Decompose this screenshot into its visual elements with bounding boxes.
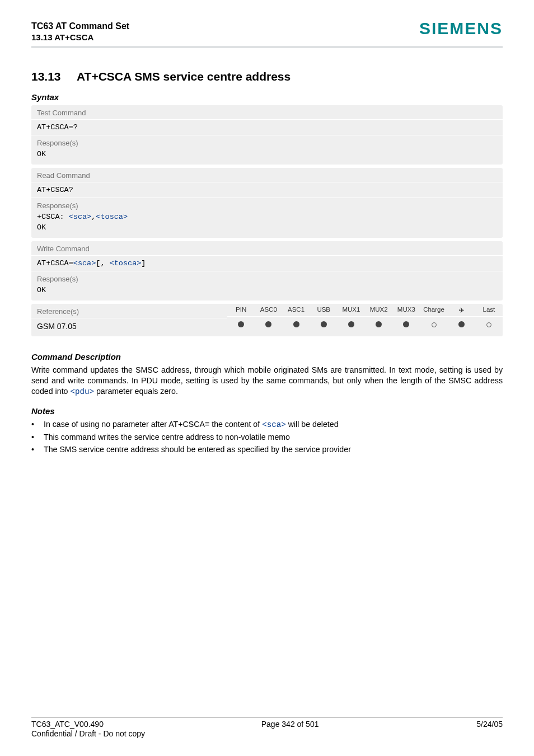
section-heading: AT+CSCA SMS service centre address (77, 70, 291, 83)
airplane-icon: ✈ (458, 306, 465, 314)
ref-mark-8 (448, 317, 475, 334)
note-pre: This command writes the service centre a… (44, 433, 290, 442)
resp-ok: OK (37, 223, 46, 232)
read-command-label: Read Command (31, 168, 503, 182)
ref-mark-2 (282, 317, 310, 334)
col-pin: PIN (227, 304, 255, 317)
col-asc1: ASC1 (282, 304, 310, 317)
col-charge: Charge (420, 304, 447, 317)
section-title: 13.13 AT+CSCA SMS service centre address (31, 70, 503, 83)
ref-mark-0 (227, 317, 255, 334)
cmd-mid2: ] (141, 259, 146, 267)
doc-title: TC63 AT Command Set (31, 21, 129, 31)
ref-mark-9 (475, 317, 503, 334)
ref-mark-1 (255, 317, 282, 334)
write-command: AT+CSCA=<sca>[, <tosca>] (31, 256, 503, 271)
test-command-label: Test Command (31, 105, 503, 120)
dot-full-icon (265, 321, 271, 327)
read-response: +CSCA: <sca>,<tosca> OK (31, 211, 503, 238)
notes-list: In case of using no parameter after AT+C… (31, 418, 503, 456)
read-command: AT+CSCA? (31, 182, 503, 198)
cmd-mid1: [, (96, 259, 109, 267)
ref-mark-3 (310, 317, 338, 334)
dot-full-icon (458, 321, 465, 327)
dot-full-icon (403, 321, 409, 327)
col-mux2: MUX2 (365, 304, 392, 317)
read-command-block: Read Command AT+CSCA? Response(s) +CSCA:… (31, 168, 503, 238)
col-asc0: ASC0 (255, 304, 282, 317)
col-mux1: MUX1 (338, 304, 365, 317)
col-last: Last (475, 304, 503, 317)
test-command: AT+CSCA=? (31, 120, 503, 135)
test-command-block: Test Command AT+CSCA=? Response(s) OK (31, 105, 503, 165)
page-header: TC63 AT Command Set 13.13 AT+CSCA SIEMEN… (31, 21, 503, 42)
footer-line2: Confidential / Draft - Do not copy (31, 729, 503, 738)
header-divider (31, 46, 503, 48)
col-mux3: MUX3 (392, 304, 420, 317)
page-footer: TC63_ATC_V00.490 Page 342 of 501 5/24/05… (31, 717, 503, 738)
test-response: OK (31, 148, 503, 165)
ref-marks-row (227, 317, 503, 334)
dot-full-icon (293, 321, 299, 327)
note-item-0: In case of using no parameter after AT+C… (31, 418, 503, 431)
param-tosca-w: <tosca> (110, 259, 142, 267)
reference-header: Reference(s) (31, 304, 227, 318)
ref-mark-6 (392, 317, 420, 334)
write-command-block: Write Command AT+CSCA=<sca>[, <tosca>] R… (31, 241, 503, 300)
ref-mark-4 (338, 317, 365, 334)
param-pdu: <pdu> (70, 387, 94, 396)
dot-full-icon (238, 321, 244, 327)
write-response: OK (31, 284, 503, 300)
dot-empty-icon (486, 322, 491, 327)
command-description-title: Command Description (31, 352, 503, 361)
notes-title: Notes (31, 406, 503, 416)
ref-mark-5 (365, 317, 392, 334)
resp-prefix: +CSCA: (37, 213, 69, 221)
footer-left: TC63_ATC_V00.490 (31, 720, 104, 729)
dot-full-icon (376, 321, 382, 327)
param-sca-w: <sca> (73, 259, 96, 267)
col-airplane: ✈ (448, 304, 475, 317)
reference-body: GSM 07.05 (31, 318, 227, 336)
note-post: will be deleted (286, 420, 339, 429)
dot-empty-icon (432, 322, 437, 327)
dot-full-icon (348, 321, 354, 327)
param-sca: <sca> (69, 213, 92, 221)
desc-body-b: parameter equals zero. (94, 387, 178, 396)
param-tosca: <tosca> (96, 213, 128, 221)
write-command-label: Write Command (31, 241, 503, 256)
footer-center: Page 342 of 501 (261, 720, 319, 729)
doc-section-ref: 13.13 AT+CSCA (31, 32, 129, 42)
footer-right: 5/24/05 (476, 720, 503, 729)
note-pre: In case of using no parameter after AT+C… (44, 420, 262, 429)
command-description-body: Write command updates the SMSC address, … (31, 365, 503, 398)
read-response-label: Response(s) (31, 198, 503, 211)
brand-logo: SIEMENS (419, 19, 503, 38)
footer-divider (31, 717, 503, 717)
section-number: 13.13 (31, 70, 61, 83)
note-item-2: The SMS service centre address should be… (31, 443, 503, 456)
note-item-1: This command writes the service centre a… (31, 431, 503, 443)
dot-full-icon (321, 321, 327, 327)
cmd-prefix: AT+CSCA= (37, 259, 73, 267)
test-response-label: Response(s) (31, 135, 503, 148)
write-response-label: Response(s) (31, 271, 503, 284)
note-pre: The SMS service centre address should be… (44, 445, 351, 454)
reference-table: Reference(s) GSM 07.05 PIN ASC0 ASC1 USB… (31, 304, 503, 336)
ref-mark-7 (420, 317, 447, 334)
syntax-label: Syntax (31, 92, 503, 102)
col-usb: USB (310, 304, 338, 317)
ref-header-row: PIN ASC0 ASC1 USB MUX1 MUX2 MUX3 Charge … (227, 304, 503, 317)
note-param: <sca> (262, 420, 286, 429)
